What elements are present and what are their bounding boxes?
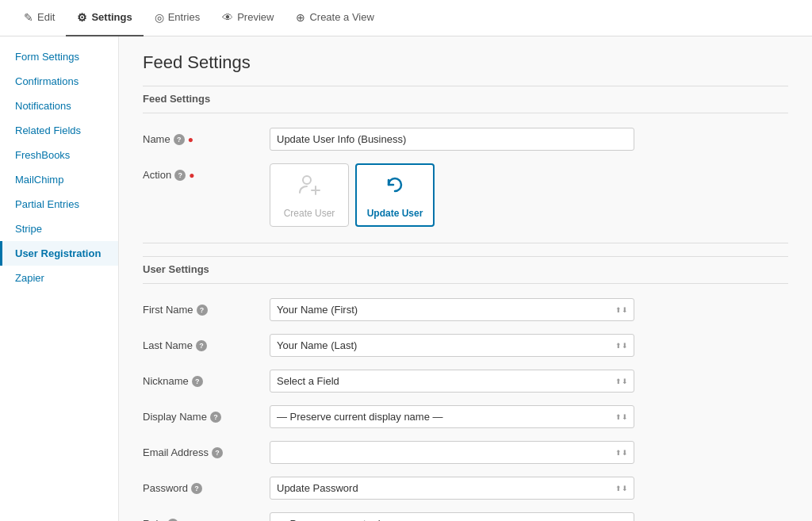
sidebar-label-zapier: Zapier: [15, 272, 44, 284]
nickname-row: Nickname ? Select a Field: [143, 370, 788, 393]
first-name-select-wrapper: Your Name (First): [270, 298, 634, 321]
nickname-select-wrapper: Select a Field: [270, 370, 634, 393]
name-control: [270, 128, 788, 151]
password-select-wrapper: Update Password: [270, 477, 634, 500]
role-control: — Preserve current role —: [270, 512, 788, 521]
sidebar-item-notifications[interactable]: Notifications: [0, 94, 118, 118]
name-row: Name ? ●: [143, 128, 788, 151]
nav-preview-label: Preview: [237, 11, 274, 23]
role-help-icon[interactable]: ?: [167, 519, 178, 522]
page-title: Feed Settings: [143, 52, 788, 73]
action-help-icon[interactable]: ?: [174, 170, 186, 181]
sidebar-item-user-registration[interactable]: User Registration: [0, 241, 118, 266]
nav-settings-label: Settings: [91, 11, 132, 23]
sidebar-label-user-registration: User Registration: [15, 247, 101, 259]
update-user-button[interactable]: Update User: [355, 163, 435, 227]
display-name-label: Display Name ?: [143, 405, 270, 423]
sidebar-item-zapier[interactable]: Zapier: [0, 266, 118, 290]
display-name-row: Display Name ? — Preserve current displa…: [143, 405, 788, 428]
first-name-help-icon[interactable]: ?: [197, 305, 208, 316]
update-user-icon: [382, 172, 408, 203]
user-settings-section-header: User Settings: [143, 256, 788, 284]
sidebar: Form Settings Confirmations Notification…: [0, 36, 119, 521]
preview-icon: 👁: [222, 11, 233, 24]
first-name-control: Your Name (First): [270, 298, 788, 321]
password-row: Password ? Update Password: [143, 477, 788, 500]
password-control: Update Password: [270, 477, 788, 500]
main-layout: Form Settings Confirmations Notification…: [0, 36, 812, 521]
create-user-icon: [297, 172, 322, 203]
first-name-label: First Name ?: [143, 298, 270, 316]
settings-icon: ⚙: [77, 11, 87, 24]
nav-entries[interactable]: ◎ Entries: [144, 0, 211, 36]
name-input[interactable]: [270, 128, 634, 151]
create-user-label: Create User: [284, 208, 335, 219]
nav-settings[interactable]: ⚙ Settings: [66, 0, 143, 36]
password-label: Password ?: [143, 477, 270, 494]
last-name-select-wrapper: Your Name (Last): [270, 334, 634, 357]
role-row: Role ? ● — Preserve current role —: [143, 512, 788, 521]
first-name-select[interactable]: Your Name (First): [270, 298, 634, 321]
first-name-row: First Name ? Your Name (First): [143, 298, 788, 321]
sidebar-label-mailchimp: MailChimp: [15, 174, 63, 186]
nickname-label: Nickname ?: [143, 370, 270, 387]
sidebar-label-freshbooks: FreshBooks: [15, 149, 70, 161]
edit-icon: ✎: [24, 11, 33, 24]
email-address-row: Email Address ?: [143, 441, 788, 464]
display-name-help-icon[interactable]: ?: [210, 412, 221, 423]
last-name-label: Last Name ?: [143, 334, 270, 351]
email-select[interactable]: [270, 441, 634, 464]
sidebar-item-form-settings[interactable]: Form Settings: [0, 44, 118, 69]
role-select[interactable]: — Preserve current role —: [270, 512, 634, 521]
role-required-indicator: ●: [182, 519, 187, 522]
nav-edit-label: Edit: [37, 11, 55, 23]
svg-point-0: [303, 176, 311, 184]
update-user-label: Update User: [367, 208, 423, 219]
main-content: Feed Settings Feed Settings Name ? ● Act…: [119, 36, 812, 521]
email-select-wrapper: [270, 441, 634, 464]
nickname-help-icon[interactable]: ?: [192, 376, 203, 387]
password-select[interactable]: Update Password: [270, 477, 634, 500]
create-view-icon: ⊕: [296, 11, 305, 24]
nav-edit[interactable]: ✎ Edit: [13, 0, 66, 36]
sidebar-label-stripe: Stripe: [15, 223, 42, 235]
feed-settings-section-header: Feed Settings: [143, 86, 788, 113]
sidebar-item-freshbooks[interactable]: FreshBooks: [0, 143, 118, 167]
nav-preview[interactable]: 👁 Preview: [211, 0, 285, 36]
display-name-control: — Preserve current display name —: [270, 405, 788, 428]
top-navigation: ✎ Edit ⚙ Settings ◎ Entries 👁 Preview ⊕ …: [0, 0, 812, 36]
nav-create-view[interactable]: ⊕ Create a View: [285, 0, 385, 36]
last-name-help-icon[interactable]: ?: [196, 340, 207, 351]
sidebar-item-confirmations[interactable]: Confirmations: [0, 69, 118, 94]
sidebar-label-form-settings: Form Settings: [15, 51, 79, 63]
last-name-select[interactable]: Your Name (Last): [270, 334, 634, 357]
email-address-label: Email Address ?: [143, 441, 270, 458]
action-label: Action ? ●: [143, 163, 270, 181]
email-address-control: [270, 441, 788, 464]
sidebar-item-stripe[interactable]: Stripe: [0, 216, 118, 241]
create-user-button[interactable]: Create User: [270, 163, 349, 227]
display-name-select[interactable]: — Preserve current display name —: [270, 405, 634, 428]
name-label: Name ? ●: [143, 128, 270, 145]
sidebar-item-related-fields[interactable]: Related Fields: [0, 118, 118, 143]
action-buttons-group: Create User Update User: [270, 163, 788, 227]
sidebar-label-related-fields: Related Fields: [15, 125, 81, 136]
name-help-icon[interactable]: ?: [174, 134, 185, 145]
sidebar-item-mailchimp[interactable]: MailChimp: [0, 167, 118, 192]
sidebar-label-partial-entries: Partial Entries: [15, 198, 79, 210]
role-select-wrapper: — Preserve current role —: [270, 512, 634, 521]
action-required-indicator: ●: [189, 170, 194, 181]
nav-create-view-label: Create a View: [309, 11, 373, 23]
email-help-icon[interactable]: ?: [212, 447, 223, 458]
nickname-control: Select a Field: [270, 370, 788, 393]
sidebar-label-confirmations: Confirmations: [15, 75, 79, 87]
password-help-icon[interactable]: ?: [191, 483, 202, 494]
display-name-select-wrapper: — Preserve current display name —: [270, 405, 634, 428]
sidebar-item-partial-entries[interactable]: Partial Entries: [0, 192, 118, 216]
name-required-indicator: ●: [188, 134, 193, 145]
last-name-control: Your Name (Last): [270, 334, 788, 357]
nickname-select[interactable]: Select a Field: [270, 370, 634, 393]
sidebar-label-notifications: Notifications: [15, 100, 71, 112]
action-row: Action ? ● Create User: [143, 163, 788, 227]
entries-icon: ◎: [155, 11, 164, 24]
